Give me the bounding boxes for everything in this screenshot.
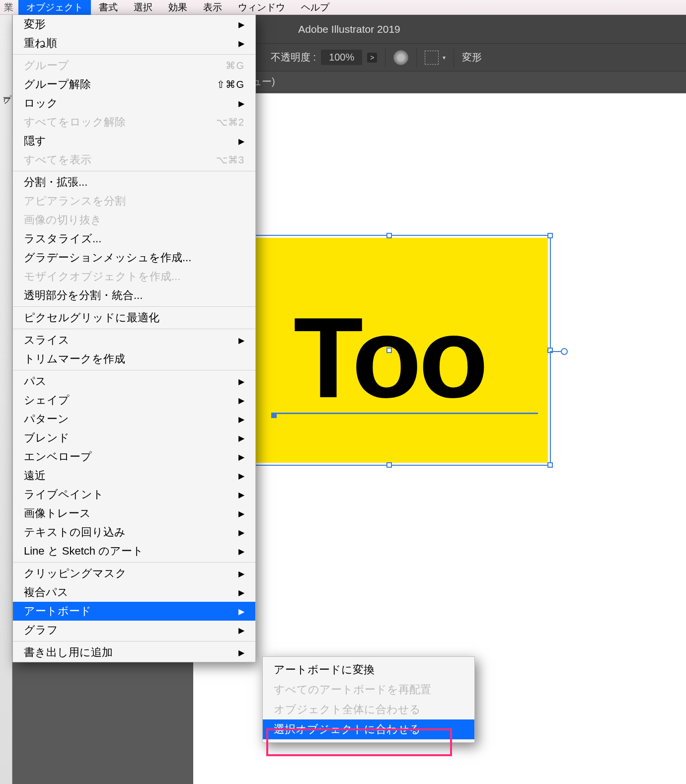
menubar-item-effect[interactable]: 効果 xyxy=(160,0,195,15)
menu-item-label: 複合パス xyxy=(24,585,69,600)
menu-item-label: 遠近 xyxy=(24,468,46,483)
menubar-item-select[interactable]: 選択 xyxy=(126,0,160,15)
menu-item[interactable]: ブレンド▶ xyxy=(13,428,255,447)
menu-item-label: クリッピングマスク xyxy=(24,566,127,581)
menu-item[interactable]: クリッピングマスク▶ xyxy=(13,564,255,583)
menubar-truncated: 業 xyxy=(2,0,18,15)
opacity-value: 100% xyxy=(329,52,354,63)
menubar-item-help[interactable]: ヘルプ xyxy=(293,0,337,15)
dropdown-caret-icon[interactable]: ▾ xyxy=(443,54,446,61)
menu-item: グループ⌘G xyxy=(13,56,255,75)
menu-item[interactable]: 重ね順▶ xyxy=(13,34,255,53)
menu-item[interactable]: パス▶ xyxy=(13,372,255,391)
menu-item-label: グループ xyxy=(24,58,69,73)
submenu-arrow-icon: ▶ xyxy=(238,137,244,146)
menu-item-label: エンベロープ xyxy=(24,449,92,464)
menu-item[interactable]: 変形▶ xyxy=(13,15,255,34)
menu-item-label: ピクセルグリッドに最適化 xyxy=(24,310,159,325)
menu-item-label: スライス xyxy=(24,333,70,348)
menu-item-label: ライブペイント xyxy=(24,487,104,502)
selection-handle[interactable] xyxy=(386,462,392,468)
menu-item[interactable]: テキストの回り込み▶ xyxy=(13,523,255,542)
submenu-arrow-icon: ▶ xyxy=(238,452,244,462)
menu-item-label: 分割・拡張... xyxy=(24,175,87,190)
menu-item[interactable]: スライス▶ xyxy=(13,331,255,350)
opacity-label: 不透明度 : xyxy=(271,51,316,64)
submenu-arrow-icon: ▶ xyxy=(238,99,244,108)
menu-item[interactable]: ピクセルグリッドに最適化 xyxy=(13,308,255,327)
selection-bounding-box[interactable]: Too xyxy=(228,235,551,466)
menu-item: すべてを表示⌥⌘3 xyxy=(13,150,255,169)
selection-handle[interactable] xyxy=(547,462,553,468)
menu-item[interactable]: エンベロープ▶ xyxy=(13,447,255,466)
submenu-item[interactable]: アートボードに変換 xyxy=(263,660,474,680)
menu-item-label: トリムマークを作成 xyxy=(24,352,125,366)
menu-separator xyxy=(13,329,255,329)
menu-item[interactable]: グラデーションメッシュを作成... xyxy=(13,248,255,267)
selection-handle[interactable] xyxy=(386,233,392,238)
menu-item[interactable]: パターン▶ xyxy=(13,410,255,428)
menu-item[interactable]: グループ解除⇧⌘G xyxy=(13,75,255,94)
menubar-item-view[interactable]: 表示 xyxy=(195,0,230,15)
menu-item-label: アートボード xyxy=(24,604,91,619)
artwork-text[interactable]: Too xyxy=(294,292,485,424)
menu-item[interactable]: 画像トレース▶ xyxy=(13,504,255,523)
menu-item[interactable]: 隠す▶ xyxy=(13,132,255,150)
menu-item-label: 変形 xyxy=(24,17,46,32)
toolbar-separator xyxy=(385,48,385,67)
menu-item[interactable]: 書き出し用に追加▶ xyxy=(13,643,255,662)
menu-item[interactable]: 分割・拡張... xyxy=(13,173,255,192)
menu-separator xyxy=(13,562,255,563)
menu-item-label: パターン xyxy=(24,412,69,427)
submenu-arrow-icon: ▶ xyxy=(238,471,244,481)
recolor-artwork-icon[interactable] xyxy=(393,50,408,65)
menu-item[interactable]: アートボード▶ xyxy=(13,602,255,621)
submenu-arrow-icon: ▶ xyxy=(238,509,244,518)
left-panel-edge: プL xyxy=(0,15,12,784)
menu-item[interactable]: 透明部分を分割・統合... xyxy=(13,286,255,305)
menu-item[interactable]: ラスタライズ... xyxy=(13,229,255,248)
submenu-item: オブジェクト全体に合わせる xyxy=(263,700,474,719)
menu-item[interactable]: 遠近▶ xyxy=(13,466,255,485)
menu-item: モザイクオブジェクトを作成... xyxy=(13,267,255,286)
submenu-arrow-icon: ▶ xyxy=(238,490,244,499)
menu-item: 画像の切り抜き xyxy=(13,211,255,229)
menubar-item-object[interactable]: オブジェクト xyxy=(18,0,91,15)
submenu-arrow-icon: ▶ xyxy=(238,547,244,556)
menu-separator xyxy=(13,306,255,307)
submenu-arrow-icon: ▶ xyxy=(238,415,244,424)
menu-item-label: テキストの回り込み xyxy=(24,525,126,540)
menu-item[interactable]: グラフ▶ xyxy=(13,621,255,640)
submenu-arrow-icon: ▶ xyxy=(238,396,244,405)
menu-item-label: ロック xyxy=(24,96,58,111)
menubar-item-window[interactable]: ウィンドウ xyxy=(230,0,293,15)
text-anchor-handle[interactable] xyxy=(271,413,277,418)
submenu-arrow-icon: ▶ xyxy=(238,588,244,597)
menu-item-shortcut: ⌥⌘2 xyxy=(216,116,244,128)
toolbar-separator xyxy=(454,48,454,67)
menu-item-label: モザイクオブジェクトを作成... xyxy=(24,269,180,284)
opacity-field[interactable]: 100% xyxy=(321,50,362,65)
menu-item-label: Line と Sketch のアート xyxy=(24,544,144,559)
align-icon[interactable] xyxy=(425,51,439,65)
submenu-item[interactable]: 選択オブジェクトに合わせる xyxy=(263,719,474,739)
menu-item[interactable]: ロック▶ xyxy=(13,94,255,113)
rotation-handle[interactable] xyxy=(561,348,568,355)
menu-item-shortcut: ⌥⌘3 xyxy=(216,154,244,166)
submenu-arrow-icon: ▶ xyxy=(238,607,244,616)
selection-handle[interactable] xyxy=(547,233,553,238)
opacity-dropdown-arrow[interactable]: > xyxy=(367,53,377,63)
system-menubar: 業 オブジェクト 書式 選択 効果 表示 ウィンドウ ヘルプ xyxy=(0,0,686,15)
submenu-arrow-icon: ▶ xyxy=(238,569,244,578)
menu-item[interactable]: シェイプ▶ xyxy=(13,391,255,410)
menu-item[interactable]: 複合パス▶ xyxy=(13,583,255,602)
submenu-arrow-icon: ▶ xyxy=(238,528,244,537)
menu-item[interactable]: トリムマークを作成 xyxy=(13,350,255,368)
submenu-arrow-icon: ▶ xyxy=(238,626,244,635)
transform-label[interactable]: 変形 xyxy=(462,51,482,64)
menu-separator xyxy=(13,54,255,55)
menu-item[interactable]: ライブペイント▶ xyxy=(13,485,255,504)
menubar-item-type[interactable]: 書式 xyxy=(91,0,126,15)
selection-center-handle[interactable] xyxy=(386,348,392,353)
menu-item[interactable]: Line と Sketch のアート▶ xyxy=(13,542,255,561)
